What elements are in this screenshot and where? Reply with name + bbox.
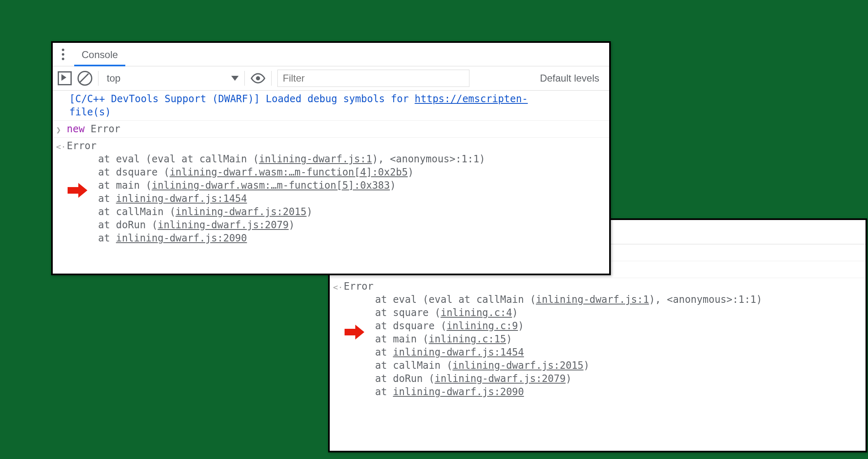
log-levels-dropdown[interactable]: Default levels [540, 73, 604, 84]
source-link[interactable]: inlining-dwarf.wasm:…m-function[5]:0x383 [152, 180, 390, 191]
stack-frame: at dsquare (inlining.c:9) [344, 319, 866, 333]
stack-frame: at eval (eval at callMain (inlining-dwar… [344, 293, 866, 306]
stack-frame: at inlining-dwarf.js:1454 [344, 346, 866, 359]
console-output-error: <· Error at eval (eval at callMain (inli… [330, 278, 866, 400]
stack-frame: at dsquare (inlining-dwarf.wasm:…m-funct… [67, 166, 609, 179]
stack-frame: at inlining-dwarf.js:1454 [67, 192, 609, 205]
execute-icon[interactable] [58, 71, 72, 85]
source-link[interactable]: inlining-dwarf.js:1454 [393, 347, 524, 358]
source-link[interactable]: inlining-dwarf.js:2079 [158, 219, 289, 231]
stack-frame: at main (inlining.c:15) [344, 333, 866, 346]
context-label: top [107, 73, 120, 84]
source-link[interactable]: inlining-dwarf.js:2015 [453, 360, 584, 371]
message-list: [C/C++ DevTools Support (DWARF)] Loaded … [53, 91, 609, 246]
stack-frame: at main (inlining-dwarf.wasm:…m-function… [67, 179, 609, 192]
error-label: Error [344, 281, 373, 292]
console-output-error: <· Error at eval (eval at callMain (inli… [53, 138, 609, 246]
filter-input[interactable] [277, 70, 469, 87]
stack-frame: at eval (eval at callMain (inlining-dwar… [67, 152, 609, 166]
source-link[interactable]: inlining-dwarf.js:2015 [176, 206, 307, 218]
clear-console-icon[interactable] [77, 71, 92, 86]
source-link[interactable]: inlining-dwarf.js:1454 [116, 193, 247, 204]
stack-frame: at callMain (inlining-dwarf.js:2015) [344, 359, 866, 372]
identifier-error: Error [84, 123, 120, 135]
source-link[interactable]: inlining.c:4 [441, 307, 512, 318]
stack-frame: at inlining-dwarf.js:2090 [67, 232, 609, 245]
console-toolbar: top Default levels [53, 66, 609, 91]
error-label: Error [67, 140, 96, 152]
tab-bar: Console [53, 43, 609, 66]
source-link[interactable]: inlining-dwarf.js:2079 [435, 373, 566, 384]
stack-frame: at callMain (inlining-dwarf.js:2015) [67, 205, 609, 218]
result-chevron-icon: <· [333, 281, 343, 294]
more-menu-icon[interactable] [57, 46, 69, 63]
source-link[interactable]: inlining.c:15 [429, 333, 506, 345]
stack-frame: at doRun (inlining-dwarf.js:2079) [67, 218, 609, 232]
source-link[interactable]: inlining-dwarf.js:2090 [116, 232, 247, 244]
live-expression-eye-icon[interactable] [251, 73, 265, 84]
source-link[interactable]: inlining.c:9 [446, 320, 518, 332]
source-link[interactable]: inlining-dwarf.js:1 [536, 294, 649, 305]
divider [98, 71, 99, 86]
context-selector[interactable]: top [104, 73, 239, 84]
stack-frame: at doRun (inlining-dwarf.js:2079) [344, 372, 866, 385]
log-levels-label: Default levels [540, 73, 599, 84]
prompt-chevron-icon: ❯ [56, 123, 61, 136]
source-link[interactable]: inlining-dwarf.js:1 [259, 153, 372, 165]
source-link[interactable]: inlining-dwarf.wasm:…m-function[4]:0x2b5 [169, 166, 408, 178]
svg-point-0 [256, 76, 260, 80]
divider [244, 71, 245, 86]
keyword-new: new [67, 123, 84, 135]
stack-frame: at inlining-dwarf.js:2090 [344, 385, 866, 398]
source-link[interactable]: inlining-dwarf.js:2090 [393, 386, 524, 398]
chevron-down-icon [231, 76, 239, 81]
console-input-row[interactable]: ❯ new Error [53, 121, 609, 138]
divider [271, 71, 272, 86]
symbol-url-link[interactable]: https://emscripten- [415, 93, 528, 105]
devtools-panel-before: Console top Default levels [C/C++ DevToo… [51, 41, 611, 275]
result-chevron-icon: <· [56, 140, 66, 153]
tab-console[interactable]: Console [74, 44, 125, 66]
stack-frame: at square (inlining.c:4) [344, 306, 866, 319]
info-message: [C/C++ DevTools Support (DWARF)] Loaded … [53, 91, 609, 121]
